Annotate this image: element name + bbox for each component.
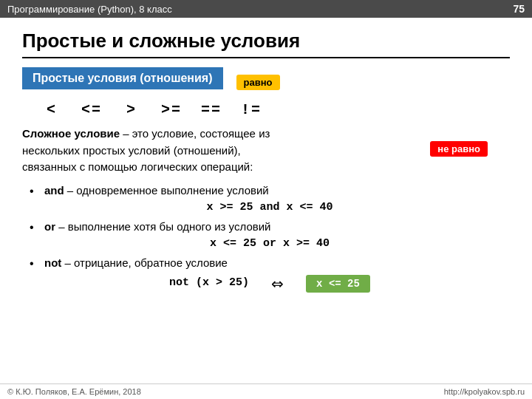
page-title: Простые и сложные условия [22,30,510,58]
op-le: <= [77,101,106,118]
code-or-text: x <= 25 or x >= 40 [210,237,330,250]
slide-number: 75 [513,3,525,15]
not-block: not (x > 25) ⇔ x <= 25 [30,275,510,293]
arrow-symbol: ⇔ [271,275,284,293]
section-header-text: Простые условия (отношения) [33,72,213,84]
main-content: Простые и сложные условия Простые услови… [0,18,532,300]
section-header: Простые условия (отношения) [22,67,223,89]
complex-intro-bold: Сложное условие [22,127,120,140]
bullet-not: not – отрицание, обратное условие [30,254,510,272]
operators-row: < <= > >= == != [37,101,510,118]
bullet-or: or – выполнение хотя бы одного из услови… [30,218,510,236]
bullet-and-kw: and [44,184,64,197]
op-ne: != [236,101,266,118]
badge-xle25: x <= 25 [306,275,370,293]
bullet-not-kw: not [44,256,61,269]
code-and-text: x >= 25 and x <= 40 [206,201,332,214]
footer-url: http://kpolyakov.spb.ru [444,387,525,396]
section-header-row: Простые условия (отношения) равно не рав… [22,67,510,97]
code-or: x <= 25 or x >= 40 [30,237,510,250]
footer: © К.Ю. Поляков, Е.А. Ерёмин, 2018 http:/… [0,383,532,399]
badge-neravno: не равно [430,141,488,157]
top-bar: Программирование (Python), 8 класс 75 [0,0,532,18]
op-gt: > [117,101,146,118]
code-not: not (x > 25) [169,276,249,289]
not-line: not (x > 25) ⇔ x <= 25 [30,275,510,293]
bullet-and-text: – одновременное выполнение условий [64,184,269,197]
code-and: x >= 25 and x <= 40 [30,201,510,214]
badge-ravno: равно [236,75,280,90]
bullet-or-text: – выполнение хотя бы одного из условий [55,220,270,233]
op-lt: < [37,101,66,118]
bullet-list: and – одновременное выполнение условий x… [30,182,510,293]
course-title: Программирование (Python), 8 класс [7,4,172,15]
bullet-and: and – одновременное выполнение условий [30,182,510,200]
op-eq: == [197,101,226,118]
footer-copyright: © К.Ю. Поляков, Е.А. Ерёмин, 2018 [7,387,141,396]
bullet-or-kw: or [44,220,55,233]
bullet-not-text: – отрицание, обратное условие [61,256,228,269]
op-ge: >= [157,101,186,118]
